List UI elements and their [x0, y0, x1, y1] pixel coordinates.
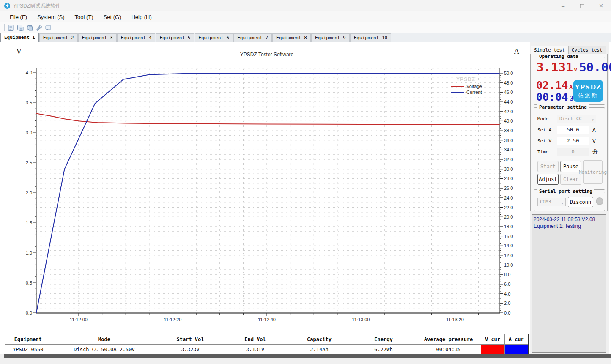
svg-text:48.0: 48.0 — [504, 80, 513, 85]
adjust-button[interactable]: Adjust — [537, 174, 559, 185]
tab-equipment-3[interactable]: Equipment 3 — [78, 33, 117, 42]
connection-led — [596, 197, 603, 205]
set-v-input[interactable]: 2.50 — [557, 137, 589, 145]
svg-text:0.0: 0.0 — [504, 310, 510, 315]
svg-text:11:13:20: 11:13:20 — [446, 317, 464, 322]
tab-equipment-10[interactable]: Equipment 10 — [350, 33, 391, 42]
cell-capacity: 2.14Ah — [288, 345, 351, 355]
right-panel: Single testCycles test Operating data 3.… — [530, 42, 609, 354]
toolbar-grip[interactable] — [2, 24, 5, 31]
cell-average-pressure: 00:04:35 — [416, 345, 481, 355]
svg-text:20.0: 20.0 — [504, 214, 513, 219]
svg-text:12.0: 12.0 — [504, 253, 513, 258]
menu-item-tool[interactable]: Tool (T) — [69, 13, 98, 22]
tab-equipment-7[interactable]: Equipment 7 — [233, 33, 272, 42]
comment-icon[interactable] — [44, 24, 52, 32]
column-header-mode: Mode — [51, 334, 158, 345]
app-logo-icon — [4, 3, 11, 9]
log-line: 2024-03-22 11:08:53 V2.08 — [534, 216, 604, 223]
com-port-value: COM3 — [540, 199, 551, 205]
title-bar: YPSDZ测试系统软件 – × — [0, 0, 611, 11]
chart-plot: 0.00.51.01.52.02.53.03.54.00.02.04.06.08… — [0, 42, 529, 354]
column-header-average-pressure: Average pressure — [416, 334, 481, 345]
legend-current-label: Current — [466, 90, 482, 95]
tab-equipment-5[interactable]: Equipment 5 — [156, 33, 194, 42]
column-header-end-vol: End Vol — [223, 334, 288, 345]
chevron-down-icon: ▾ — [592, 116, 594, 124]
test-mode-tabs: Single testCycles test — [531, 46, 606, 55]
column-header-a-cur: A cur — [504, 334, 528, 345]
mode-value: Disch CC — [559, 116, 582, 121]
elapsed-time-display: 00:04 — [536, 92, 568, 102]
com-port-select[interactable]: COM3 ▾ — [537, 198, 566, 206]
windows-icon[interactable] — [25, 24, 34, 32]
maximize-icon — [580, 4, 584, 8]
tab-equipment-1[interactable]: Equipment 1 — [0, 33, 39, 42]
column-header-energy: Energy — [351, 334, 416, 345]
app-window: YPSDZ测试系统软件 – × File (F)System (S)Tool (… — [0, 0, 611, 364]
tab-equipment-4[interactable]: Equipment 4 — [117, 33, 156, 42]
results-data-row: YPSDZ-0550Disch CC 50.0A 2.50V3.323V3.13… — [5, 345, 528, 355]
svg-text:40.0: 40.0 — [504, 118, 513, 123]
svg-text:38.0: 38.0 — [504, 128, 513, 133]
tab-cycles-test[interactable]: Cycles test — [568, 46, 606, 55]
tab-equipment-6[interactable]: Equipment 6 — [195, 33, 233, 42]
legend-voltage-label: Voltage — [466, 84, 482, 89]
svg-text:3.0: 3.0 — [26, 130, 32, 135]
svg-text:24.0: 24.0 — [504, 195, 513, 200]
chart-legend: Voltage Current — [451, 83, 482, 95]
wrench-icon[interactable] — [35, 24, 43, 32]
set-a-input[interactable]: 50.0 — [557, 126, 589, 134]
tab-equipment-9[interactable]: Equipment 9 — [311, 33, 350, 42]
disconnect-button[interactable]: Disconn — [568, 197, 593, 207]
tab-equipment-2[interactable]: Equipment 2 — [39, 33, 78, 42]
display-separator — [535, 77, 603, 77]
time-label: Time — [537, 149, 557, 155]
svg-text:44.0: 44.0 — [504, 99, 513, 104]
capacity-display: 02.14 — [536, 80, 568, 90]
bottom-divider — [4, 354, 611, 358]
log-panel[interactable]: 2024-03-22 11:08:53 V2.08Equipment 1: Te… — [532, 214, 606, 353]
svg-text:34.0: 34.0 — [504, 147, 513, 152]
set-a-unit: A — [592, 127, 596, 133]
minimize-button[interactable]: – — [553, 0, 573, 11]
tab-equipment-8[interactable]: Equipment 8 — [272, 33, 311, 42]
pause-button[interactable]: Pause — [560, 161, 581, 172]
v-cur-swatch — [481, 345, 504, 355]
right-axis-unit-label: A — [514, 47, 519, 55]
svg-text:3.5: 3.5 — [26, 100, 32, 105]
current-line-swatch — [451, 92, 464, 93]
mode-select[interactable]: Disch CC ▾ — [557, 115, 596, 123]
parameter-setting-group: Parameter setting Mode Disch CC ▾ Set A … — [534, 107, 605, 190]
window-title: YPSDZ测试系统软件 — [13, 3, 60, 10]
save-icon[interactable] — [16, 24, 25, 32]
report-icon[interactable] — [7, 24, 15, 32]
menu-item-file[interactable]: File (F) — [5, 13, 32, 22]
svg-text:2.5: 2.5 — [26, 160, 32, 165]
svg-text:42.0: 42.0 — [504, 109, 513, 114]
menu-item-help[interactable]: Help (H) — [126, 13, 156, 22]
equipment-tabstrip: Equipment 1Equipment 2Equipment 3Equipme… — [0, 33, 611, 42]
brand-logo-cn: 佑派斯 — [573, 92, 603, 99]
cell-equipment: YPSDZ-0550 — [5, 345, 51, 355]
close-button[interactable]: × — [592, 0, 611, 11]
series-current — [36, 73, 500, 313]
menu-item-system[interactable]: System (S) — [32, 13, 69, 22]
brand-logo: YPSDZ 佑派斯 — [573, 80, 603, 102]
svg-text:2.0: 2.0 — [504, 301, 510, 306]
svg-text:2.0: 2.0 — [26, 190, 32, 195]
start-button[interactable]: Start — [537, 161, 559, 172]
monitoring-button[interactable]: Monitoring — [583, 160, 603, 184]
svg-text:11:12:00: 11:12:00 — [70, 317, 88, 322]
maximize-button[interactable] — [573, 0, 592, 11]
tab-single-test[interactable]: Single test — [531, 46, 568, 55]
time-input[interactable]: 0 — [557, 148, 589, 156]
voltage-display: 3.131 — [536, 61, 573, 74]
menu-item-set[interactable]: Set (G) — [99, 13, 126, 22]
clear-button[interactable]: Clear — [560, 174, 581, 185]
svg-text:6.0: 6.0 — [504, 282, 510, 287]
series-voltage — [36, 114, 500, 125]
parameter-setting-title: Parameter setting — [537, 104, 589, 110]
time-unit: 分 — [592, 148, 598, 156]
svg-text:0.5: 0.5 — [26, 280, 32, 285]
